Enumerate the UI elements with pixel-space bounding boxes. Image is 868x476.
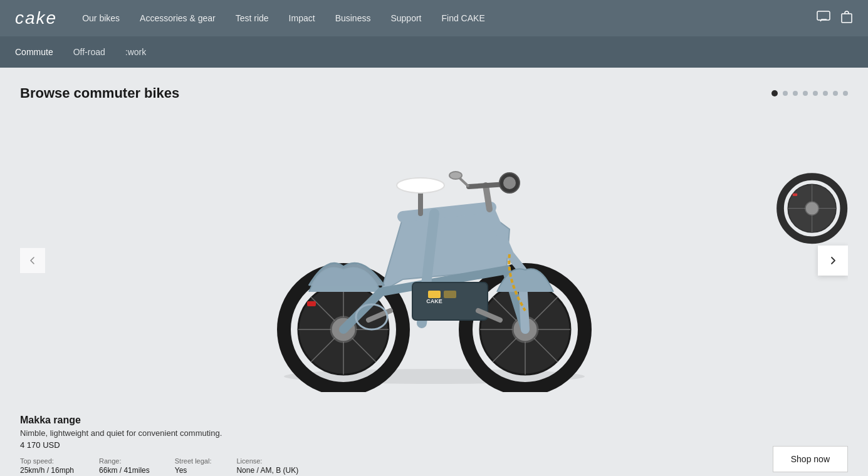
shop-now-button[interactable]: Shop now (773, 446, 848, 472)
subnav-commute[interactable]: Commute (15, 47, 53, 57)
nav-business[interactable]: Business (335, 13, 371, 23)
svg-rect-26 (428, 291, 441, 298)
nav-accessories[interactable]: Accessories & gear (140, 13, 216, 23)
dot-3[interactable] (793, 91, 798, 96)
svg-rect-0 (817, 11, 830, 20)
svg-rect-43 (793, 194, 797, 196)
product-specs: Top speed: 25km/h / 16mph Range: 66km / … (20, 457, 298, 475)
product-name: Makka range (20, 415, 298, 426)
product-info: Makka range Nimble, lightweight and quie… (20, 415, 848, 475)
browse-header: Browse commuter bikes (20, 85, 848, 101)
dot-8[interactable] (843, 91, 848, 96)
svg-point-31 (397, 178, 444, 193)
spec-street-legal: Street legal: Yes (175, 457, 212, 475)
spec-license-value: None / AM, B (UK) (236, 466, 298, 475)
svg-point-37 (805, 202, 818, 215)
main-bike-image: CAKE (246, 135, 622, 386)
spec-top-speed-label: Top speed: (20, 457, 74, 465)
bag-icon-button[interactable] (840, 10, 853, 27)
dot-1[interactable] (771, 90, 778, 96)
svg-rect-27 (444, 291, 456, 298)
spec-street-legal-label: Street legal: (175, 457, 212, 465)
dot-5[interactable] (813, 91, 818, 96)
nav-support[interactable]: Support (390, 13, 421, 23)
product-description: Nimble, lightweight and quiet for conven… (20, 428, 298, 438)
spec-license-label: License: (236, 457, 298, 465)
spec-range: Range: 66km / 41miles (99, 457, 150, 475)
subnav-offroad[interactable]: Off-road (73, 47, 105, 57)
carousel-prev-button[interactable] (20, 248, 45, 273)
sub-navigation: Commute Off-road :work (0, 36, 868, 68)
product-price: 4 170 USD (20, 440, 298, 450)
dot-7[interactable] (833, 91, 838, 96)
spec-license: License: None / AM, B (UK) (236, 457, 298, 475)
chat-icon-button[interactable] (817, 11, 830, 26)
subnav-work[interactable]: :work (125, 47, 146, 57)
top-navigation: cake Our bikes Accessories & gear Test r… (0, 0, 868, 36)
brand-logo[interactable]: cake (15, 8, 57, 28)
spec-range-value: 66km / 41miles (99, 466, 150, 475)
svg-text:CAKE: CAKE (426, 298, 442, 304)
bike-display-area: CAKE (20, 116, 848, 405)
spec-top-speed: Top speed: 25km/h / 16mph (20, 457, 74, 475)
browse-title: Browse commuter bikes (20, 85, 179, 101)
nav-our-bikes[interactable]: Our bikes (82, 13, 120, 23)
svg-point-29 (503, 177, 516, 189)
dot-4[interactable] (803, 91, 808, 96)
nav-find-cake[interactable]: Find CAKE (441, 13, 484, 23)
nav-impact[interactable]: Impact (289, 13, 315, 23)
nav-links: Our bikes Accessories & gear Test ride I… (82, 13, 817, 24)
svg-rect-32 (307, 301, 316, 306)
svg-rect-25 (412, 282, 488, 320)
product-details: Makka range Nimble, lightweight and quie… (20, 415, 298, 475)
dot-6[interactable] (823, 91, 828, 96)
carousel-next-button[interactable] (818, 246, 848, 276)
spec-street-legal-value: Yes (175, 466, 212, 475)
carousel-dots (771, 90, 848, 96)
nav-icon-group (817, 10, 853, 27)
carousel-container: CAKE (20, 116, 848, 475)
spec-top-speed-value: 25km/h / 16mph (20, 466, 74, 475)
nav-test-ride[interactable]: Test ride (236, 13, 269, 23)
svg-rect-1 (842, 14, 852, 23)
main-content: Browse commuter bikes (0, 68, 868, 476)
spec-range-label: Range: (99, 457, 150, 465)
svg-point-30 (449, 172, 462, 179)
dot-2[interactable] (783, 91, 788, 96)
